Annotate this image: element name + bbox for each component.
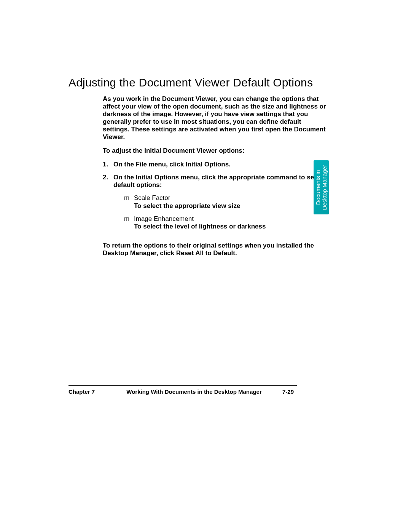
step-1: 1. On the File menu, click Initial Optio… [103, 161, 327, 168]
lead-line: To adjust the initial Document Viewer op… [103, 147, 327, 155]
option-desc: To select the level of lightness or dark… [134, 223, 327, 230]
option-desc: To select the appropriate view size [134, 202, 327, 210]
footer-chapter: Chapter 7 [68, 388, 95, 395]
page: Adjusting the Document Viewer Default Op… [0, 0, 411, 532]
bullet-mark: m [124, 194, 134, 209]
bullet-mark: m [124, 215, 134, 230]
step-number: 2. [103, 174, 113, 235]
step-text: On the File menu, click Initial Options. [113, 161, 327, 168]
sub-item-scale: m Scale Factor To select the appropriate… [124, 194, 327, 209]
footer-page-number: 7-29 [282, 388, 294, 395]
footer-rule [68, 385, 297, 386]
outro-paragraph: To return the options to their original … [103, 242, 327, 257]
step-text: On the Initial Options menu, click the a… [113, 174, 327, 235]
side-tab: Documents in Desktop Manager [314, 160, 329, 214]
option-name: Image Enhancement [134, 215, 327, 223]
step-number: 1. [103, 161, 113, 168]
step-2: 2. On the Initial Options menu, click th… [103, 174, 327, 235]
sub-item-text: Scale Factor To select the appropriate v… [134, 194, 327, 209]
body-text: As you work in the Document Viewer, you … [103, 95, 327, 263]
option-name: Scale Factor [134, 194, 327, 202]
intro-paragraph: As you work in the Document Viewer, you … [103, 95, 327, 141]
page-footer: Chapter 7 Working With Documents in the … [68, 388, 297, 395]
page-title: Adjusting the Document Viewer Default Op… [68, 76, 313, 89]
footer-title: Working With Documents in the Desktop Ma… [91, 388, 297, 395]
step-2-text: On the Initial Options menu, click the a… [113, 174, 316, 189]
tab-line2: Desktop Manager [321, 161, 328, 214]
side-tab-label: Documents in Desktop Manager [315, 161, 328, 214]
sub-item-image: m Image Enhancement To select the level … [124, 215, 327, 230]
tab-line1: Documents in [315, 161, 321, 214]
sub-list: m Scale Factor To select the appropriate… [124, 194, 327, 230]
sub-item-text: Image Enhancement To select the level of… [134, 215, 327, 230]
